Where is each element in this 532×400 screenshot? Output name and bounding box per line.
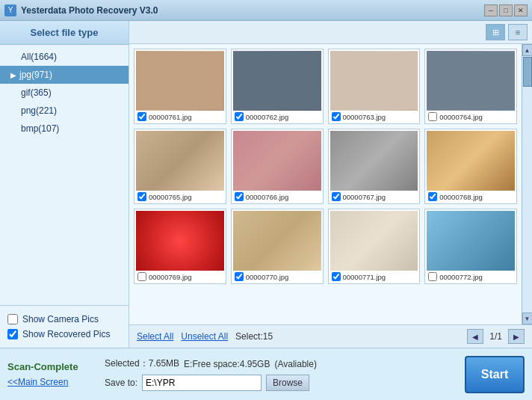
- show-camera-checkbox[interactable]: [7, 314, 18, 324]
- file-type-item-png[interactable]: png(221): [0, 102, 129, 120]
- page-controls: ◀ 1/1 ▶: [467, 329, 525, 344]
- image-cell[interactable]: 00000771.jpg: [328, 209, 421, 284]
- free-space-label: E:Free space:4.95GB: [184, 359, 270, 369]
- image-label-row: 00000764.jpg: [427, 111, 515, 122]
- image-checkbox[interactable]: [428, 272, 437, 281]
- list-view-button[interactable]: ≡: [508, 24, 528, 40]
- image-filename: 00000771.jpg: [343, 273, 386, 281]
- image-label-row: 00000763.jpg: [330, 111, 418, 122]
- next-page-button[interactable]: ▶: [508, 329, 525, 344]
- show-recovered-label: Show Recovered Pics: [22, 329, 110, 339]
- image-label-row: 00000771.jpg: [330, 271, 418, 282]
- image-label-row: 00000772.jpg: [427, 271, 515, 282]
- image-cell[interactable]: 00000769.jpg: [134, 209, 226, 284]
- start-button[interactable]: Start: [465, 356, 525, 393]
- image-cell[interactable]: 00000770.jpg: [231, 209, 324, 284]
- image-thumbnail: [136, 131, 224, 191]
- prev-page-button[interactable]: ◀: [467, 329, 483, 344]
- file-type-label: gif(365): [21, 87, 52, 98]
- save-to-label: Save to:: [105, 378, 137, 388]
- available-label: (Avaliable): [274, 359, 316, 369]
- image-thumbnail: [233, 211, 321, 271]
- image-checkbox[interactable]: [235, 112, 244, 121]
- svg-rect-2: [330, 52, 418, 111]
- image-thumbnail: [136, 51, 224, 111]
- file-type-list: All(1664)▶jpg(971)gif(365)png(221)bmp(10…: [0, 45, 129, 141]
- sidebar-checkboxes: Show Camera Pics Show Recovered Pics: [0, 305, 129, 348]
- file-type-label: All(1664): [21, 52, 57, 62]
- show-recovered-checkbox-row[interactable]: Show Recovered Pics: [7, 327, 121, 342]
- image-cell[interactable]: 00000766.jpg: [231, 129, 324, 204]
- image-thumbnail: [427, 131, 515, 191]
- image-label-row: 00000770.jpg: [233, 271, 321, 282]
- image-filename: 00000762.jpg: [246, 113, 289, 121]
- grid-view-button[interactable]: ⊞: [486, 24, 505, 40]
- image-thumbnail: [233, 51, 321, 111]
- save-to-row: Save to: Browse: [105, 375, 457, 391]
- image-checkbox[interactable]: [332, 192, 341, 201]
- image-checkbox[interactable]: [235, 272, 244, 281]
- image-checkbox[interactable]: [137, 192, 146, 201]
- image-filename: 00000761.jpg: [149, 113, 192, 121]
- maximize-button[interactable]: □: [499, 4, 513, 16]
- main-screen-link[interactable]: <<Main Screen: [7, 377, 97, 387]
- image-thumbnail: [136, 211, 224, 271]
- minimize-button[interactable]: ─: [484, 4, 498, 16]
- save-path-input[interactable]: [142, 375, 262, 391]
- active-arrow-icon: ▶: [10, 71, 16, 79]
- content-area: Select file type All(1664)▶jpg(971)gif(3…: [0, 21, 532, 348]
- image-filename: 00000763.jpg: [343, 113, 386, 121]
- scroll-down-button[interactable]: ▼: [522, 313, 533, 324]
- svg-rect-1: [233, 52, 321, 111]
- scrollbar[interactable]: ▲ ▼: [522, 44, 532, 324]
- image-cell[interactable]: 00000761.jpg: [134, 49, 226, 124]
- image-filename: 00000772.jpg: [439, 273, 483, 281]
- image-cell[interactable]: 00000767.jpg: [328, 129, 421, 204]
- image-grid-container: 00000761.jpg00000762.jpg00000763.jpg0000…: [129, 44, 522, 324]
- page-indicator: 1/1: [486, 331, 505, 342]
- image-cell[interactable]: 00000762.jpg: [231, 49, 324, 124]
- image-filename: 00000765.jpg: [149, 193, 192, 201]
- image-cell[interactable]: 00000768.jpg: [424, 129, 517, 204]
- window-controls: ─ □ ✕: [484, 4, 528, 16]
- file-type-item-bmp[interactable]: bmp(107): [0, 120, 129, 138]
- image-label-row: 00000765.jpg: [136, 191, 224, 202]
- image-checkbox[interactable]: [332, 272, 341, 281]
- image-checkbox[interactable]: [428, 112, 437, 121]
- image-cell[interactable]: 00000765.jpg: [134, 129, 226, 204]
- image-thumbnail: [427, 51, 515, 111]
- image-cell[interactable]: 00000764.jpg: [424, 49, 517, 124]
- file-type-item-jpg[interactable]: ▶jpg(971): [0, 66, 129, 84]
- status-middle: Selected：7.65MB E:Free space:4.95GB (Ava…: [105, 357, 457, 391]
- file-type-label: bmp(107): [21, 123, 59, 134]
- select-all-link[interactable]: Select All: [137, 331, 173, 342]
- image-thumbnail: [330, 211, 418, 271]
- file-type-item-all[interactable]: All(1664): [0, 48, 129, 66]
- image-checkbox[interactable]: [332, 112, 341, 121]
- scroll-up-button[interactable]: ▲: [522, 44, 533, 56]
- unselect-all-link[interactable]: Unselect All: [181, 331, 228, 342]
- image-checkbox[interactable]: [137, 112, 146, 121]
- show-camera-label: Show Camera Pics: [22, 314, 99, 324]
- scroll-track[interactable]: [522, 56, 532, 313]
- selected-size-label: Selected：7.65MB: [105, 357, 179, 370]
- image-checkbox[interactable]: [235, 192, 244, 201]
- file-type-item-gif[interactable]: gif(365): [0, 84, 129, 102]
- close-button[interactable]: ✕: [514, 4, 528, 16]
- sidebar: Select file type All(1664)▶jpg(971)gif(3…: [0, 21, 129, 348]
- image-cell[interactable]: 00000763.jpg: [328, 49, 421, 124]
- show-camera-checkbox-row[interactable]: Show Camera Pics: [7, 312, 121, 327]
- image-filename: 00000767.jpg: [343, 193, 386, 201]
- image-checkbox[interactable]: [137, 272, 146, 281]
- image-checkbox[interactable]: [428, 192, 437, 201]
- image-thumbnail: [330, 131, 418, 191]
- browse-button[interactable]: Browse: [266, 375, 309, 391]
- scroll-thumb[interactable]: [523, 57, 532, 87]
- image-cell[interactable]: 00000772.jpg: [424, 209, 517, 284]
- image-grid: 00000761.jpg00000762.jpg00000763.jpg0000…: [134, 49, 517, 284]
- app-title: Yesterdata Photo Recovery V3.0: [21, 5, 484, 16]
- file-type-label: jpg(971): [19, 70, 52, 80]
- title-bar: Y Yesterdata Photo Recovery V3.0 ─ □ ✕: [0, 0, 532, 21]
- image-thumbnail: [233, 131, 321, 191]
- show-recovered-checkbox[interactable]: [7, 329, 18, 339]
